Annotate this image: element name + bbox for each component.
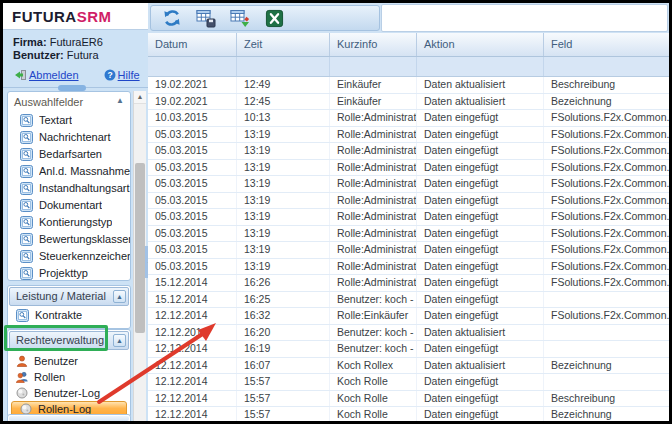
sidebar-item[interactable]: Kontierungstyp [8,214,130,231]
table-row[interactable]: 12.12.2014 15:57 Koch Rolle Daten eingef… [148,374,669,391]
table-row[interactable]: 15.12.2014 16:25 Benutzer: koch - Rolle:… [148,292,669,309]
table-row[interactable]: 05.03.2015 13:19 Rolle:Administrator Dat… [148,127,669,144]
table-row[interactable]: 05.03.2015 13:19 Rolle:Administrator Dat… [148,226,669,243]
sidebar-item-label: Benutzer [34,353,78,369]
filter-cell-kurzinfo[interactable] [330,57,417,76]
cell-feld: Bezeichnung [544,94,669,110]
filter-cell-aktion[interactable] [417,57,544,76]
cell-feld: Bezeichnung [544,358,669,374]
column-header-feld[interactable]: Feld [544,33,669,56]
sidebar-item-benutzer-log[interactable]: Benutzer-Log [8,385,130,401]
cell-aktion: Daten aktualisiert [417,358,544,374]
cell-aktion: Daten eingefügt [417,209,544,225]
sidebar-item[interactable]: Textart [8,112,130,129]
panel-rechteverwaltung-header[interactable]: Rechteverwaltung ▲ [9,331,129,350]
logout-link[interactable]: Abmelden [15,69,79,81]
table-row[interactable]: 05.03.2015 13:19 Rolle:Administrator Dat… [148,176,669,193]
panel-next-partial [7,414,131,424]
table-row[interactable]: 05.03.2015 13:19 Rolle:Administrator Dat… [148,259,669,276]
cell-feld [544,341,669,357]
table-row[interactable]: 15.12.2014 16:26 Rolle:Administrator Dat… [148,275,669,292]
lookup-icon [16,309,29,322]
table-row[interactable]: 05.03.2015 13:19 Rolle:Administrator Dat… [148,143,669,160]
cell-datum: 12.12.2014 [148,308,237,324]
table-row[interactable]: 05.03.2015 13:19 Rolle:Administrator Dat… [148,209,669,226]
export-table-layout-button[interactable] [225,7,255,29]
table-row[interactable]: 12.12.2014 16:32 Rolle:Einkäufer Daten e… [148,308,669,325]
cell-datum: 05.03.2015 [148,242,237,258]
sidebar-item[interactable]: Projekttyp [8,265,130,282]
help-link[interactable]: ?Hilfe [104,69,140,81]
sidebar-item[interactable]: Bewertungsklassen [8,231,130,248]
column-header-aktion[interactable]: Aktion [417,33,544,56]
sidebar-item[interactable]: Anl.d. Massnahme [8,163,130,180]
cell-datum: 05.03.2015 [148,209,237,225]
cell-feld: FSolutions.F2x.Common.Dto.DtoR [544,160,669,176]
table-row[interactable]: 10.03.2015 10:13 Rolle:Administrator Dat… [148,110,669,127]
excel-export-button[interactable] [259,7,289,29]
help-label: Hilfe [118,69,140,81]
lookup-icon [20,233,33,246]
sidebar-item-label: Nachrichtenart [39,129,111,146]
panel-auswahlfelder-header[interactable]: Auswahlfelder ▲ [8,92,130,112]
column-header-datum[interactable]: Datum [148,33,237,56]
table-row[interactable]: 12.12.2014 16:07 Koch Rollex Daten aktua… [148,358,669,375]
help-icon: ? [104,69,116,81]
scrollbar-thumb[interactable] [135,163,145,333]
filter-cell-zeit[interactable] [237,57,330,76]
sidebar-item[interactable]: Nachrichtenart [8,129,130,146]
cell-aktion: Daten eingefügt [417,193,544,209]
table-row[interactable]: 05.03.2015 13:19 Rolle:Administrator Dat… [148,193,669,210]
column-header-zeit[interactable]: Zeit [237,33,330,56]
sidebar-item-label: Textart [39,112,72,129]
collapse-button[interactable]: ▲ [113,290,126,303]
sidebar-item[interactable]: Instandhaltungsart [8,180,130,197]
sidebar-item[interactable]: Steuerkennzeichen [8,248,130,265]
cell-zeit: 13:19 [237,209,330,225]
svg-text:?: ? [107,70,112,80]
table-row[interactable]: 05.03.2015 13:19 Rolle:Administrator Dat… [148,242,669,259]
save-table-layout-button[interactable] [191,7,221,29]
cell-datum: 05.03.2015 [148,226,237,242]
user-icon [16,355,28,367]
cell-datum: 12.12.2014 [148,374,237,390]
table-row[interactable]: 12.12.2014 16:19 Benutzer: koch - Rolle:… [148,341,669,358]
logo-text-primary: FUTURA [12,8,77,25]
table-row[interactable]: 12.12.2014 16:20 Benutzer: koch - Rolle:… [148,325,669,342]
sidebar-item-rollen[interactable]: Rollen [8,369,130,385]
cell-datum: 05.03.2015 [148,176,237,192]
cell-zeit: 13:19 [237,143,330,159]
collapse-icon[interactable]: ▲ [116,96,124,105]
filter-cell-datum[interactable] [148,57,237,76]
cell-zeit: 13:19 [237,127,330,143]
table-row[interactable]: 19.02.2021 12:45 Einkäufer Daten aktuali… [148,94,669,111]
column-header-kurzinfo[interactable]: Kurzinfo [330,33,417,56]
refresh-button[interactable] [157,7,187,29]
sidebar-item-kontrakte[interactable]: Kontrakte [8,307,130,324]
table-save-icon [196,8,216,28]
cell-kurzinfo: Rolle:Administrator [330,226,417,242]
cell-datum: 05.03.2015 [148,259,237,275]
sidebar-item-label: Rollen [34,369,65,385]
toolbar-right-panel [381,4,668,32]
sidebar-item[interactable]: Dokumentart [8,197,130,214]
panel-leistung-material-header[interactable]: Leistung / Material ▲ [9,287,129,306]
cell-aktion: Daten aktualisiert [417,94,544,110]
filter-cell-feld[interactable] [544,57,669,76]
cell-aktion: Daten eingefügt [417,160,544,176]
scrollbar-up-arrow[interactable]: ▲ [134,91,146,104]
table-row[interactable]: 12.12.2014 15:57 Koch Rolle Daten eingef… [148,391,669,408]
table-export-icon [230,8,250,28]
sidebar-item-benutzer[interactable]: Benutzer [8,353,130,369]
cell-feld: FSolutions.F2x.Common.Dto.DtoR [544,143,669,159]
table-row[interactable]: 19.02.2021 12:49 Einkäufer Daten aktuali… [148,77,669,94]
cell-feld: FSolutions.F2x.Common.Dto.DtoR [544,226,669,242]
table-row[interactable]: 05.03.2015 13:19 Rolle:Administrator Dat… [148,160,669,177]
cell-kurzinfo: Rolle:Administrator [330,275,417,291]
cell-aktion: Daten eingefügt [417,176,544,192]
collapse-button[interactable]: ▲ [113,334,126,347]
sidebar-item[interactable]: Bedarfsarten [8,146,130,163]
cell-kurzinfo: Rolle:Einkäufer [330,308,417,324]
cell-kurzinfo: Rolle:Administrator [330,242,417,258]
table-row[interactable]: 12.12.2014 15:57 Koch Rolle Daten eingef… [148,407,669,421]
